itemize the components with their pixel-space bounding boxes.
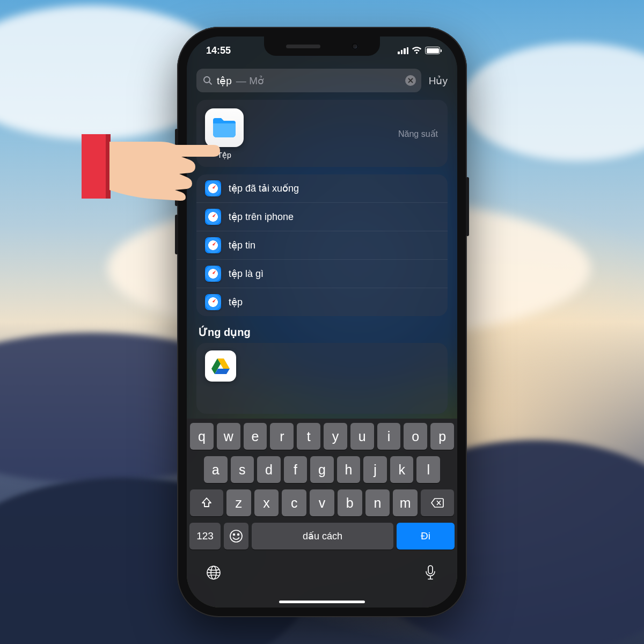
svg-point-7	[233, 534, 235, 536]
safari-icon	[205, 209, 221, 225]
key-a[interactable]: a	[204, 456, 228, 483]
key-e[interactable]: e	[244, 423, 267, 450]
apps-section-card	[196, 343, 448, 414]
svg-point-6	[230, 530, 242, 542]
suggestion-row[interactable]: tệp đã tải xuống	[196, 174, 448, 202]
key-z[interactable]: z	[226, 489, 251, 516]
phone-mockup: 14:55 tệp — Mở Hủy	[177, 27, 467, 617]
svg-point-8	[238, 534, 239, 536]
suggestion-text: tệp tin	[229, 239, 255, 251]
suggestion-text: tệp	[229, 296, 243, 308]
key-q[interactable]: q	[190, 423, 214, 450]
keyboard: qwertyuiop asdfghjkl zxcvbnm 123 dấu các…	[187, 419, 457, 608]
globe-key[interactable]	[204, 564, 223, 582]
search-hint: — Mở	[236, 75, 264, 87]
suggestion-row[interactable]: tệp tin	[196, 231, 448, 259]
suggestion-row[interactable]: tệp	[196, 288, 448, 316]
key-l[interactable]: l	[416, 456, 440, 483]
home-indicator[interactable]	[279, 601, 365, 603]
suggestion-row[interactable]: tệp là gì	[196, 259, 448, 288]
notch	[264, 36, 380, 56]
search-query-text: tệp	[217, 75, 232, 87]
suggestion-row[interactable]: tệp trên iphone	[196, 202, 448, 231]
key-j[interactable]: j	[363, 456, 387, 483]
go-key[interactable]: Đi	[397, 523, 455, 550]
key-d[interactable]: d	[257, 456, 281, 483]
safari-icon	[205, 266, 221, 282]
key-k[interactable]: k	[390, 456, 414, 483]
key-i[interactable]: i	[377, 423, 401, 450]
dictation-key[interactable]	[421, 564, 440, 582]
numbers-key[interactable]: 123	[189, 523, 221, 550]
emoji-icon	[229, 529, 243, 543]
search-input[interactable]: tệp — Mở	[196, 69, 421, 92]
shift-key[interactable]	[190, 489, 223, 516]
key-t[interactable]: t	[297, 423, 320, 450]
key-p[interactable]: p	[430, 423, 454, 450]
backspace-icon	[430, 497, 444, 508]
key-v[interactable]: v	[310, 489, 334, 516]
cellular-icon	[398, 47, 408, 54]
key-h[interactable]: h	[337, 456, 361, 483]
key-c[interactable]: c	[282, 489, 306, 516]
key-b[interactable]: b	[338, 489, 362, 516]
key-r[interactable]: r	[270, 423, 294, 450]
shift-icon	[201, 497, 213, 509]
svg-line-1	[209, 82, 212, 85]
key-s[interactable]: s	[231, 456, 254, 483]
suggestion-text: tệp là gì	[229, 268, 264, 280]
svg-point-0	[204, 77, 210, 83]
emoji-key[interactable]	[224, 523, 248, 550]
key-y[interactable]: y	[324, 423, 347, 450]
suggestions-card: tệp đã tải xuống tệp trên iphone tệp tin…	[196, 174, 448, 316]
key-g[interactable]: g	[310, 456, 334, 483]
key-n[interactable]: n	[365, 489, 390, 516]
wifi-icon	[412, 47, 422, 54]
pointing-hand-illustration	[82, 126, 223, 207]
status-time: 14:55	[206, 45, 231, 56]
cancel-button[interactable]: Hủy	[429, 75, 448, 87]
key-o[interactable]: o	[404, 423, 427, 450]
key-u[interactable]: u	[350, 423, 374, 450]
suggestion-text: tệp trên iphone	[229, 211, 294, 223]
globe-icon	[206, 565, 222, 581]
search-icon	[203, 76, 213, 85]
key-m[interactable]: m	[393, 489, 418, 516]
mic-icon	[424, 565, 437, 581]
key-w[interactable]: w	[217, 423, 240, 450]
space-key[interactable]: dấu cách	[252, 523, 393, 550]
key-f[interactable]: f	[284, 456, 308, 483]
backspace-key[interactable]	[421, 489, 454, 516]
app-category: Năng suất	[398, 129, 438, 139]
safari-icon	[205, 237, 221, 253]
battery-icon	[425, 47, 440, 54]
safari-icon	[205, 294, 221, 310]
key-x[interactable]: x	[254, 489, 279, 516]
top-hit-card[interactable]: Tệp Năng suất	[196, 100, 448, 167]
suggestion-text: tệp đã tải xuống	[229, 182, 299, 194]
close-icon	[408, 78, 413, 83]
clear-search-button[interactable]	[405, 75, 416, 86]
section-apps-title: Ứng dụng	[187, 324, 457, 343]
svg-rect-12	[428, 566, 433, 574]
google-drive-app-icon[interactable]	[205, 350, 236, 382]
